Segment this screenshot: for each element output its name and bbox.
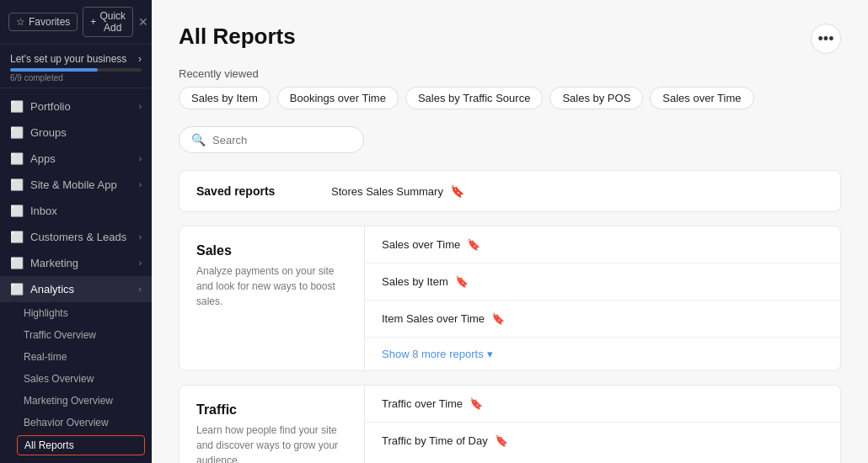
portfolio-label: Portfolio <box>30 100 71 113</box>
sidebar-item-sales-overview[interactable]: Sales Overview <box>0 368 152 390</box>
analytics-label: Analytics <box>30 283 74 295</box>
more-options-button[interactable]: ••• <box>811 24 841 54</box>
show-more-sales-link[interactable]: Show 8 more reports ▾ <box>365 338 840 370</box>
sidebar-item-site-mobile[interactable]: ⬜ Site & Mobile App › <box>0 172 152 198</box>
main-content: All Reports ••• Recently viewed Sales by… <box>152 0 868 463</box>
star-icon: ☆ <box>16 16 25 28</box>
sidebar-item-marketing[interactable]: ⬜ Marketing › <box>0 250 152 276</box>
recently-viewed-label: Recently viewed <box>179 67 841 80</box>
traffic-section-card: Traffic Learn how people find your site … <box>179 385 841 463</box>
sidebar-item-insights[interactable]: Insights <box>0 457 152 463</box>
sales-section: Sales Analyze payments on your site and … <box>179 226 840 370</box>
sidebar-item-traffic-overview[interactable]: Traffic Overview <box>0 324 152 346</box>
sidebar-item-all-reports[interactable]: All Reports <box>17 435 145 455</box>
sales-by-item-label: Sales by Item <box>382 275 448 288</box>
bookmark-icon-sales-by-item: 🔖 <box>455 275 469 288</box>
traffic-section-right: Traffic over Time 🔖 Traffic by Time of D… <box>365 386 840 463</box>
customers-icon: ⬜ <box>10 231 24 243</box>
chip-sales-over-time[interactable]: Sales over Time <box>650 87 753 109</box>
quick-add-label: Quick Add <box>99 10 126 34</box>
favorites-button[interactable]: ☆ Favorites <box>8 13 78 31</box>
sidebar: ☆ Favorites + Quick Add ✕ Let's set up y… <box>0 0 152 463</box>
sales-section-card: Sales Analyze payments on your site and … <box>179 226 841 371</box>
bookmark-icon-traffic-over-time: 🔖 <box>469 397 483 410</box>
sidebar-item-analytics[interactable]: ⬜ Analytics ‹ <box>0 276 152 302</box>
search-bar[interactable]: 🔍 <box>179 126 364 153</box>
search-icon: 🔍 <box>191 133 206 146</box>
sales-section-right: Sales over Time 🔖 Sales by Item 🔖 Item S… <box>365 226 840 370</box>
search-wrapper: 🔍 <box>179 126 841 153</box>
inbox-label: Inbox <box>30 205 57 217</box>
setup-progress-bar <box>10 68 142 72</box>
sidebar-item-highlights[interactable]: Highlights <box>0 302 152 324</box>
customers-label: Customers & Leads <box>30 231 126 243</box>
customers-chevron-icon: › <box>139 232 142 242</box>
analytics-chevron-icon: ‹ <box>139 285 142 294</box>
sidebar-item-customers-leads[interactable]: ⬜ Customers & Leads › <box>0 224 152 250</box>
sidebar-item-inbox[interactable]: ⬜ Inbox <box>0 198 152 224</box>
marketing-chevron-icon: › <box>139 258 142 268</box>
setup-progress-fill <box>10 68 98 72</box>
apps-icon: ⬜ <box>10 152 24 165</box>
collapse-sidebar-button[interactable]: ✕ <box>138 15 148 29</box>
analytics-icon: ⬜ <box>10 283 24 295</box>
inbox-icon: ⬜ <box>10 205 24 217</box>
setup-text-row[interactable]: Let's set up your business › <box>10 53 142 65</box>
marketing-icon: ⬜ <box>10 257 24 269</box>
show-more-chevron-icon: ▾ <box>487 348 493 360</box>
setup-chevron-icon: › <box>138 53 142 65</box>
recently-viewed-section: Recently viewed Sales by Item Bookings o… <box>179 67 841 109</box>
saved-report-name: Stores Sales Summary <box>331 185 443 198</box>
apps-chevron-icon: › <box>139 154 142 163</box>
traffic-over-time-label: Traffic over Time <box>382 397 463 410</box>
sidebar-item-behavior-overview[interactable]: Behavior Overview <box>0 412 152 434</box>
site-mobile-chevron-icon: › <box>139 180 142 189</box>
more-dots-icon: ••• <box>818 30 834 48</box>
sidebar-item-portfolio[interactable]: ⬜ Portfolio › <box>0 93 152 120</box>
sidebar-top: ☆ Favorites + Quick Add ✕ <box>0 0 152 45</box>
sales-section-title: Sales <box>196 243 347 258</box>
sidebar-item-groups[interactable]: ⬜ Groups <box>0 120 152 146</box>
item-sales-over-time-label: Item Sales over Time <box>382 312 485 325</box>
report-row-traffic-over-time[interactable]: Traffic over Time 🔖 <box>365 386 840 423</box>
bookmark-filled-icon: 🔖 <box>450 184 464 198</box>
marketing-label: Marketing <box>30 257 78 269</box>
chip-sales-by-pos[interactable]: Sales by POS <box>549 87 643 109</box>
traffic-section-desc: Learn how people find your site and disc… <box>196 423 347 463</box>
business-setup: Let's set up your business › 6/9 complet… <box>0 45 152 88</box>
chip-sales-by-traffic-source[interactable]: Sales by Traffic Source <box>405 87 543 109</box>
chip-sales-by-item[interactable]: Sales by Item <box>179 87 271 109</box>
main-header: All Reports ••• <box>179 24 841 54</box>
report-row-traffic-by-time-of-day[interactable]: Traffic by Time of Day 🔖 <box>365 423 840 459</box>
portfolio-chevron-icon: › <box>139 102 142 111</box>
setup-count: 6/9 completed <box>10 73 142 82</box>
site-mobile-icon: ⬜ <box>10 178 24 191</box>
saved-reports-title: Saved reports <box>196 184 331 198</box>
plus-icon: + <box>90 16 96 28</box>
apps-label: Apps <box>30 152 56 165</box>
traffic-section: Traffic Learn how people find your site … <box>179 386 840 463</box>
sidebar-item-marketing-overview[interactable]: Marketing Overview <box>0 390 152 412</box>
traffic-section-left: Traffic Learn how people find your site … <box>179 386 365 463</box>
sales-section-desc: Analyze payments on your site and look f… <box>196 263 347 309</box>
groups-icon: ⬜ <box>10 126 24 139</box>
sales-section-left: Sales Analyze payments on your site and … <box>179 226 365 370</box>
chip-bookings-over-time[interactable]: Bookings over Time <box>277 87 399 109</box>
saved-report-item[interactable]: Stores Sales Summary 🔖 <box>331 184 823 198</box>
bookmark-icon-item-sales-over-time: 🔖 <box>491 312 505 325</box>
sidebar-item-real-time[interactable]: Real-time <box>0 346 152 368</box>
favorites-label: Favorites <box>29 16 70 28</box>
sidebar-item-apps[interactable]: ⬜ Apps › <box>0 146 152 172</box>
search-input[interactable] <box>212 134 351 146</box>
setup-label: Let's set up your business <box>10 53 126 65</box>
report-row-item-sales-over-time[interactable]: Item Sales over Time 🔖 <box>365 301 840 338</box>
bookmark-icon-traffic-by-time: 🔖 <box>495 434 508 447</box>
report-row-sales-by-item[interactable]: Sales by Item 🔖 <box>365 263 840 301</box>
report-row-sales-over-time[interactable]: Sales over Time 🔖 <box>365 226 840 263</box>
traffic-by-time-of-day-label: Traffic by Time of Day <box>382 434 488 447</box>
analytics-submenu: Highlights Traffic Overview Real-time Sa… <box>0 302 152 463</box>
groups-label: Groups <box>30 126 67 139</box>
bookmark-icon-sales-over-time: 🔖 <box>467 238 480 251</box>
quick-add-button[interactable]: + Quick Add <box>83 7 133 37</box>
saved-reports-card: Saved reports Stores Sales Summary 🔖 <box>179 170 841 212</box>
